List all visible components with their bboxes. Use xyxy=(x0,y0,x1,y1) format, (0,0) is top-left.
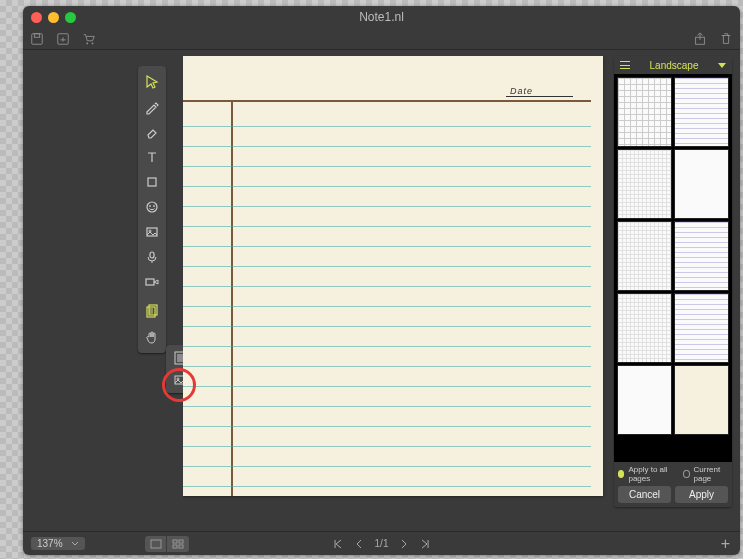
window-controls xyxy=(31,12,76,23)
note-page[interactable]: Date xyxy=(183,56,603,496)
template-thumb[interactable] xyxy=(675,222,728,290)
text-tool[interactable] xyxy=(140,145,164,169)
hand-tool[interactable] xyxy=(140,325,164,349)
template-thumb[interactable] xyxy=(675,294,728,362)
close-window-button[interactable] xyxy=(31,12,42,23)
page-indicator: 1/1 xyxy=(375,538,389,549)
svg-rect-1 xyxy=(34,33,39,37)
template-thumb[interactable] xyxy=(618,78,671,146)
pager: 1/1 xyxy=(333,538,431,549)
view-mode-buttons xyxy=(145,536,189,552)
apply-scope: Apply to all pages Current page xyxy=(618,465,728,483)
svg-rect-6 xyxy=(148,178,156,186)
toolbar-right xyxy=(692,31,734,47)
share-icon[interactable] xyxy=(692,31,708,47)
add-page-button[interactable]: + xyxy=(721,535,730,553)
template-panel-footer: Apply to all pages Current page Cancel A… xyxy=(614,462,732,507)
svg-rect-21 xyxy=(179,540,183,543)
radio-apply-all-label: Apply to all pages xyxy=(628,465,675,483)
select-tool[interactable] xyxy=(140,70,164,94)
template-panel-header[interactable]: Landscape xyxy=(614,56,732,74)
bottom-bar: 137% 1/1 + xyxy=(23,531,740,555)
next-page-button[interactable] xyxy=(400,539,408,549)
svg-rect-10 xyxy=(147,228,157,236)
zoom-value: 137% xyxy=(37,538,63,549)
template-thumb[interactable] xyxy=(618,366,671,434)
date-label: Date xyxy=(506,86,573,97)
svg-point-7 xyxy=(147,202,157,212)
template-thumb[interactable] xyxy=(618,150,671,218)
titlebar: Note1.nl xyxy=(23,6,740,28)
radio-apply-all[interactable] xyxy=(618,470,624,478)
cancel-button[interactable]: Cancel xyxy=(618,486,671,503)
single-page-view-button[interactable] xyxy=(145,536,167,552)
template-thumb[interactable] xyxy=(618,294,671,362)
window-title: Note1.nl xyxy=(23,10,740,24)
svg-point-4 xyxy=(92,42,94,44)
dropdown-icon[interactable] xyxy=(718,63,726,68)
eraser-tool[interactable] xyxy=(140,120,164,144)
template-panel: Landscape Apply to all pages xyxy=(614,56,732,507)
emoji-tool[interactable] xyxy=(140,195,164,219)
app-window: Note1.nl xyxy=(23,6,740,555)
canvas[interactable]: Date xyxy=(183,56,610,507)
last-page-button[interactable] xyxy=(420,539,430,549)
grid-view-button[interactable] xyxy=(167,536,189,552)
template-thumb[interactable] xyxy=(675,366,728,434)
svg-rect-0 xyxy=(32,33,43,44)
page-header-rule xyxy=(183,100,591,102)
save-icon[interactable] xyxy=(29,31,45,47)
video-tool[interactable] xyxy=(140,270,164,294)
svg-rect-20 xyxy=(173,540,177,543)
svg-rect-13 xyxy=(146,279,154,285)
chevron-down-icon xyxy=(71,540,79,548)
zoom-dropdown[interactable]: 137% xyxy=(31,537,85,550)
radio-current-page-label: Current page xyxy=(694,465,729,483)
svg-rect-19 xyxy=(151,540,161,548)
template-tool[interactable] xyxy=(140,300,164,324)
main-area: Date Landscape xyxy=(23,50,740,531)
audio-tool[interactable] xyxy=(140,245,164,269)
apply-button[interactable]: Apply xyxy=(675,486,728,503)
cart-icon[interactable] xyxy=(81,31,97,47)
save-as-icon[interactable] xyxy=(55,31,71,47)
minimize-window-button[interactable] xyxy=(48,12,59,23)
trash-icon[interactable] xyxy=(718,31,734,47)
radio-current-page[interactable] xyxy=(683,470,689,478)
first-page-button[interactable] xyxy=(333,539,343,549)
image-tool[interactable] xyxy=(140,220,164,244)
tool-palette xyxy=(138,66,166,353)
prev-page-button[interactable] xyxy=(355,539,363,549)
toolbar-left xyxy=(29,31,97,47)
template-thumb[interactable] xyxy=(675,78,728,146)
zoom-window-button[interactable] xyxy=(65,12,76,23)
pen-tool[interactable] xyxy=(140,95,164,119)
svg-rect-22 xyxy=(173,545,177,548)
shape-tool[interactable] xyxy=(140,170,164,194)
template-grid xyxy=(614,74,732,462)
svg-rect-12 xyxy=(150,252,154,258)
template-thumb[interactable] xyxy=(675,150,728,218)
orientation-label: Landscape xyxy=(634,60,714,71)
page-lines xyxy=(183,126,591,496)
template-thumb[interactable] xyxy=(618,222,671,290)
svg-point-8 xyxy=(150,206,151,207)
svg-point-9 xyxy=(154,206,155,207)
toolbar xyxy=(23,28,740,50)
menu-icon[interactable] xyxy=(620,61,630,69)
svg-rect-23 xyxy=(179,545,183,548)
svg-point-3 xyxy=(86,42,88,44)
